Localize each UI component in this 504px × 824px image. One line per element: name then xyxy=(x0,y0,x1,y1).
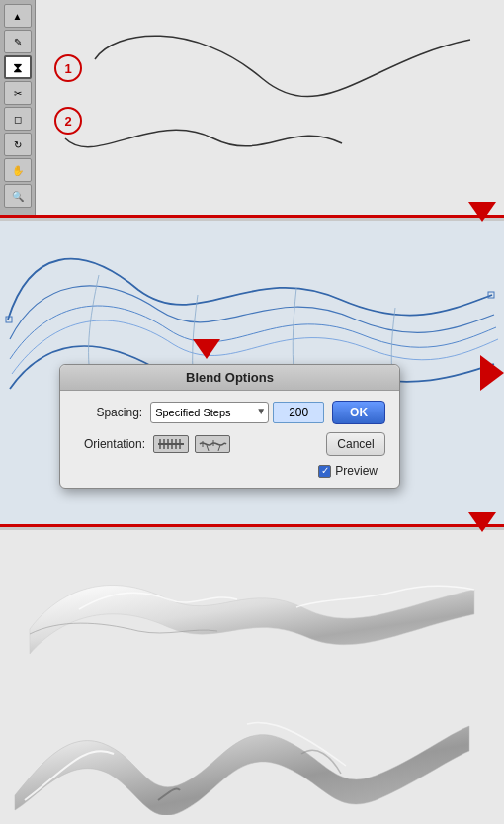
preview-checkbox[interactable]: ✓ xyxy=(318,465,331,478)
tool-pen[interactable]: ✎ xyxy=(4,30,32,53)
spacing-select[interactable]: Specified Steps Specified Distance Smoot… xyxy=(150,402,269,423)
orientation-align-path[interactable] xyxy=(195,435,230,453)
tool-zoom[interactable]: 🔍 xyxy=(4,184,32,208)
spacing-label: Spacing: xyxy=(74,406,142,419)
tool-shape[interactable]: ◻ xyxy=(4,107,32,131)
ribbon-shape-top xyxy=(20,550,484,669)
top-panel: ▲ ✎ ⧗ ✂ ◻ ↻ ✋ 🔍 1 2 xyxy=(0,0,504,218)
orientation-options xyxy=(153,435,230,453)
blend-options-dialog: Blend Options Spacing: Specified Steps S… xyxy=(59,364,400,489)
annotation-label-2: 2 xyxy=(64,114,71,129)
svg-line-12 xyxy=(218,445,220,451)
down-arrow-2 xyxy=(468,512,496,532)
svg-line-10 xyxy=(207,445,209,451)
steps-input[interactable] xyxy=(273,402,324,423)
annotation-circle-2: 2 xyxy=(54,107,84,137)
orientation-align-page[interactable] xyxy=(153,435,189,453)
tool-hand[interactable]: ✋ xyxy=(4,158,32,182)
preview-label: Preview xyxy=(335,464,378,478)
annotation-label-1: 1 xyxy=(64,61,71,76)
dialog-title: Blend Options xyxy=(60,365,399,391)
toolbar: ▲ ✎ ⧗ ✂ ◻ ↻ ✋ 🔍 xyxy=(0,0,36,218)
tool-select[interactable]: ▲ xyxy=(4,4,32,28)
right-arrow-2 xyxy=(480,355,504,391)
dialog-down-arrow xyxy=(193,339,220,359)
tool-blend[interactable]: ⧗ xyxy=(4,55,32,79)
orientation-label: Orientation: xyxy=(74,437,145,451)
annotation-circle-1: 1 xyxy=(54,54,84,84)
ribbon-shape-bottom xyxy=(10,687,474,815)
down-arrow-1 xyxy=(468,202,496,222)
bottom-panel xyxy=(0,530,504,824)
mid-panel: Blend Options Spacing: Specified Steps S… xyxy=(0,221,504,527)
cancel-button[interactable]: Cancel xyxy=(326,432,385,456)
preview-row: ✓ Preview xyxy=(74,464,385,478)
tool-rotate[interactable]: ↻ xyxy=(4,133,32,156)
tool-scissors[interactable]: ✂ xyxy=(4,81,32,105)
spacing-select-wrapper: Specified Steps Specified Distance Smoot… xyxy=(150,402,269,423)
ok-button[interactable]: OK xyxy=(332,401,385,424)
